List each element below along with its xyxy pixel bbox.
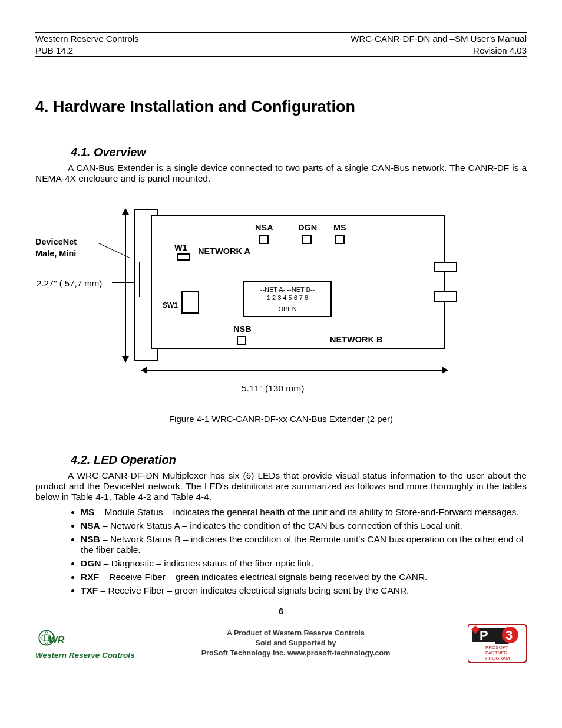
- height-dimension: 2.27" ( 57,7 mm): [37, 278, 102, 288]
- w1-jumper-icon: [177, 253, 190, 261]
- sw1-label: SW1: [163, 301, 178, 309]
- svg-text:3: 3: [505, 628, 513, 643]
- svg-text:PROSOFT: PROSOFT: [485, 645, 508, 650]
- dip-net-labels: --NET A- --NET B--: [244, 285, 330, 294]
- dip-numbers: 1 2 3 4 5 6 7 8: [244, 294, 330, 302]
- section-4-2-body: A WRC-CANR-DF-DN Multiplexer has six (6)…: [35, 470, 527, 502]
- ms-led-icon: [335, 235, 345, 244]
- figure-4-1: DeviceNet Male, Mini 2.27" ( 57,7 mm) ST…: [35, 207, 527, 402]
- w1-label: W1: [174, 243, 187, 252]
- svg-text:PROGRAM: PROGRAM: [485, 655, 510, 661]
- footer-line-2: Sold and Supported by: [201, 638, 391, 648]
- section-4-1-heading: 4.1. Overview: [71, 146, 527, 159]
- network-a-label: NETWORK A: [198, 246, 250, 256]
- dgn-label: DGN: [298, 223, 317, 232]
- enclosure-box: NSA DGN MS W1 NETWORK A SW1 --NET A- --N…: [151, 215, 445, 349]
- nsa-led-icon: [259, 235, 269, 244]
- nsa-label: NSA: [255, 223, 273, 232]
- network-b-label: NETWORK B: [330, 335, 382, 344]
- fiber-port-icon: [434, 262, 457, 272]
- dip-open-label: OPEN: [244, 305, 330, 313]
- wrc-logo-icon: WRC Western Reserve Controls: [35, 627, 124, 660]
- horizontal-dimension-arrow: [141, 370, 448, 371]
- fiber-port-icon: [434, 291, 457, 302]
- footer-line-1: A Product of Western Reserve Controls: [201, 628, 391, 638]
- page-number: 6: [35, 607, 527, 616]
- nsb-label: NSB: [233, 324, 252, 334]
- p3-partner-logo-icon: P 3 PROSOFT PARTNER PROGRAM: [468, 624, 527, 663]
- svg-text:PARTNER: PARTNER: [485, 650, 508, 655]
- page-footer: WRC Western Reserve Controls A Product o…: [35, 624, 527, 663]
- chapter-title: 4. Hardware Installation and Configurati…: [35, 98, 527, 116]
- list-item: DGN – Diagnostic – indicates status of t…: [81, 558, 527, 569]
- figure-dim-topline: [42, 209, 446, 209]
- list-item: TXF – Receive Fiber – green indicates el…: [81, 585, 527, 596]
- sw1-switch-icon: [181, 291, 199, 314]
- header-company: Western Reserve Controls: [35, 33, 139, 45]
- list-item: RXF – Receive Fiber – green indicates el…: [81, 572, 527, 582]
- list-item: NSB – Network Status B – indicates the c…: [81, 534, 527, 555]
- nsb-led-icon: [237, 336, 246, 345]
- page-header: Western Reserve Controls PUB 14.2 WRC-CA…: [35, 33, 527, 56]
- list-item: NSA – Network Status A – indicates the c…: [81, 521, 527, 531]
- figure-caption: Figure 4-1 WRC-CANR-DF-xx CAN-Bus Extend…: [35, 414, 527, 424]
- devicenet-label-2: Male, Mini: [35, 249, 76, 258]
- header-pub: PUB 14.2: [35, 45, 139, 57]
- vertical-dimension-arrow: [125, 209, 126, 362]
- devicenet-label-1: DeviceNet: [35, 237, 77, 246]
- svg-text:WRC: WRC: [49, 634, 65, 645]
- wrc-logo-text: Western Reserve Controls: [35, 651, 135, 660]
- section-4-2-heading: 4.2. LED Operation: [71, 453, 527, 467]
- width-dimension: 5.11" (130 mm): [242, 383, 304, 394]
- list-item: MS – Module Status – indicates the gener…: [81, 507, 527, 518]
- header-revision: Revision 4.03: [351, 45, 527, 57]
- footer-line-3: ProSoft Technology Inc. www.prosoft-tech…: [201, 648, 391, 658]
- dgn-led-icon: [302, 235, 312, 244]
- svg-text:P: P: [480, 628, 488, 643]
- dip-switch-box: --NET A- --NET B-- 1 2 3 4 5 6 7 8 OPEN: [243, 281, 332, 317]
- section-4-1-body: A CAN-Bus Extender is a single device co…: [35, 163, 527, 184]
- led-definitions-list: MS – Module Status – indicates the gener…: [68, 507, 527, 596]
- ms-label: MS: [333, 223, 346, 232]
- header-manual-title: WRC-CANR-DF-DN and –SM User's Manual: [351, 33, 527, 45]
